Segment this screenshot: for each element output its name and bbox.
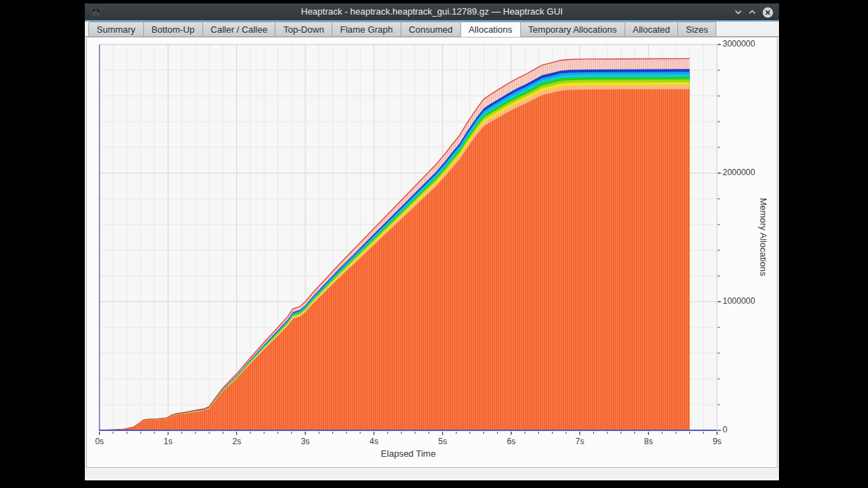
allocations-chart: Elapsed Time Memory Allocations 0s1s2s3s…: [86, 37, 778, 468]
tab-sizes[interactable]: Sizes: [677, 22, 716, 37]
app-window: Heaptrack - heaptrack.heaptrack_gui.1278…: [85, 3, 779, 480]
x-tick-label: 5s: [438, 437, 447, 446]
chart-canvas[interactable]: [87, 38, 777, 467]
tab-allocated[interactable]: Allocated: [625, 22, 678, 37]
circle-x-icon: [762, 7, 773, 18]
x-tick-label: 4s: [369, 437, 378, 446]
y-tick-label: 2000000: [723, 168, 755, 177]
tab-allocations[interactable]: Allocations: [460, 22, 521, 37]
window-title: Heaptrack - heaptrack.heaptrack_gui.1278…: [85, 3, 779, 20]
tab-temporary-allocations[interactable]: Temporary Allocations: [520, 22, 625, 37]
chevron-down-icon: [734, 10, 742, 15]
minimize-button[interactable]: [732, 6, 744, 18]
x-tick-label: 3s: [301, 437, 310, 446]
maximize-button[interactable]: [746, 6, 758, 18]
x-tick-label: 2s: [232, 437, 241, 446]
y-tick-label: 0: [723, 425, 728, 434]
x-tick-label: 0s: [95, 437, 104, 446]
x-tick-label: 8s: [644, 437, 653, 446]
x-tick-label: 7s: [575, 437, 584, 446]
tab-bottom-up[interactable]: Bottom-Up: [143, 22, 203, 37]
tab-bar: SummaryBottom-UpCaller / CalleeTop-DownF…: [85, 22, 779, 37]
y-tick-label: 1000000: [723, 296, 755, 306]
tab-top-down[interactable]: Top-Down: [275, 22, 332, 37]
y-tick-label: 3000000: [723, 39, 755, 49]
tab-flame-graph[interactable]: Flame Graph: [332, 22, 401, 37]
title-bar[interactable]: Heaptrack - heaptrack.heaptrack_gui.1278…: [85, 3, 779, 20]
x-axis-title: Elapsed Time: [381, 448, 436, 459]
x-tick-label: 6s: [507, 437, 516, 446]
desktop-background: Heaptrack - heaptrack.heaptrack_gui.1278…: [0, 0, 868, 488]
tab-summary[interactable]: Summary: [88, 22, 144, 37]
x-tick-label: 9s: [713, 437, 722, 446]
tab-caller-callee[interactable]: Caller / Callee: [202, 22, 276, 37]
x-tick-label: 1s: [163, 437, 172, 446]
y-axis-title: Memory Allocations: [758, 198, 769, 277]
close-button[interactable]: [762, 6, 774, 18]
chevron-up-icon: [748, 10, 756, 15]
tab-consumed[interactable]: Consumed: [401, 22, 461, 37]
